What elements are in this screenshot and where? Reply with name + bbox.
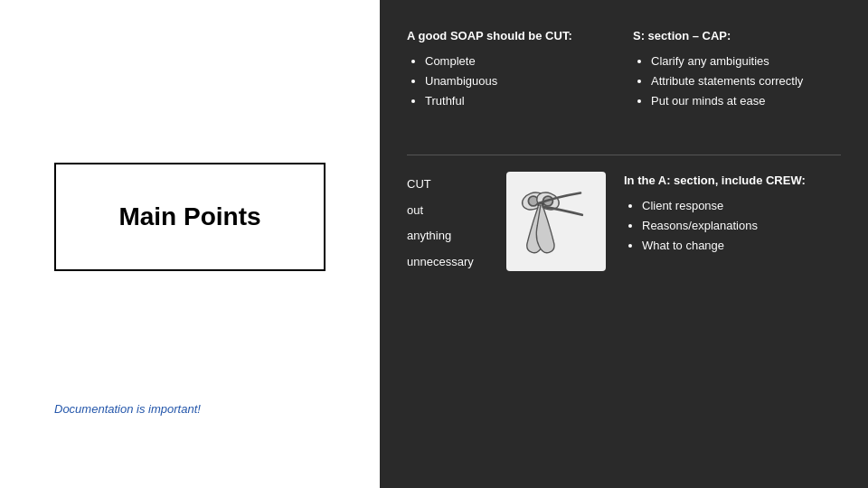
cap-block: S: section – CAP: Clarify any ambiguitie… <box>633 27 841 111</box>
cap-item-1: Clarify any ambiguities <box>651 52 841 71</box>
soap-item-2: Unambiguous <box>425 71 615 91</box>
soap-item-1: Complete <box>425 52 615 71</box>
cut-word-4: unnecessary <box>407 249 488 276</box>
scissors-container <box>506 172 606 271</box>
soap-item-3: Truthful <box>425 91 615 111</box>
soap-heading: A good SOAP should be CUT: <box>407 27 615 46</box>
cut-words-block: CUT out anything unnecessary <box>407 172 488 275</box>
crew-block: In the A: section, include CREW: Client … <box>624 172 841 256</box>
cap-item-2: Attribute statements correctly <box>651 71 841 91</box>
soap-block: A good SOAP should be CUT: Complete Unam… <box>407 27 615 111</box>
crew-heading: In the A: section, include CREW: <box>624 172 841 191</box>
cut-word-3: anything <box>407 223 488 249</box>
crew-item-2: Reasons/explanations <box>642 216 841 236</box>
right-panel: A good SOAP should be CUT: Complete Unam… <box>380 0 868 488</box>
main-points-box: Main Points <box>54 163 326 271</box>
bottom-section: CUT out anything unnecessary <box>407 172 841 275</box>
crew-list: Client response Reasons/explanations Wha… <box>624 196 841 256</box>
cap-item-3: Put our minds at ease <box>651 91 841 111</box>
main-points-title: Main Points <box>118 202 260 231</box>
divider <box>407 155 841 155</box>
doc-important-label: Documentation is important! <box>54 402 201 416</box>
soap-list: Complete Unambiguous Truthful <box>407 52 615 111</box>
left-panel: Main Points Documentation is important! <box>0 0 380 488</box>
scissors-icon <box>515 181 597 262</box>
crew-item-1: Client response <box>642 196 841 216</box>
cut-word-2: out <box>407 198 488 224</box>
top-section: A good SOAP should be CUT: Complete Unam… <box>407 27 841 111</box>
cut-word-1: CUT <box>407 172 488 198</box>
crew-item-3: What to change <box>642 236 841 256</box>
cap-list: Clarify any ambiguities Attribute statem… <box>633 52 841 111</box>
cap-heading: S: section – CAP: <box>633 27 841 46</box>
